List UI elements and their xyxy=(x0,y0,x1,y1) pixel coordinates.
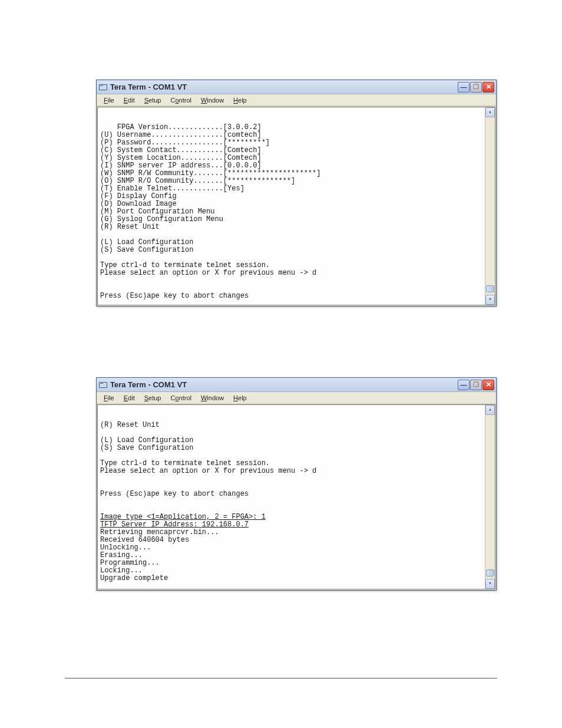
window-title: Tera Term - COM1 VT xyxy=(110,380,458,389)
close-button[interactable]: ✕ xyxy=(482,380,494,390)
teraterm-window-1: Tera Term - COM1 VT — ❐ ✕ File Edit Setu… xyxy=(96,80,497,307)
terminal-line: (R) Reset Unit xyxy=(100,223,160,231)
terminal-line: Image type <1=Application, 2 = FPGA>: 1 xyxy=(100,513,266,521)
menu-edit-label: dit xyxy=(128,394,135,401)
close-button[interactable]: ✕ xyxy=(482,82,494,93)
terminal-line: Type ctrl-d to terminate telnet session. xyxy=(100,459,270,467)
terminal-line: (P) Password.................[*********] xyxy=(100,139,270,147)
menu-window[interactable]: Window xyxy=(196,95,229,105)
svg-rect-5 xyxy=(100,383,103,384)
app-icon xyxy=(98,83,108,92)
scroll-up-button[interactable]: ▴ xyxy=(485,107,495,117)
menubar: File Edit Setup Control Window Help xyxy=(97,94,496,106)
menu-edit[interactable]: Edit xyxy=(119,393,140,403)
terminal-line: (I) SNMP server IP address...[0.0.0.0] xyxy=(100,162,262,170)
terminal-line: (G) Syslog Configuration Menu xyxy=(100,215,223,223)
menu-help[interactable]: Help xyxy=(229,95,252,105)
terminal-line: Received 640604 bytes xyxy=(100,536,189,544)
menu-window-label: indow xyxy=(207,97,224,104)
scroll-track[interactable] xyxy=(485,415,495,579)
terminal-line: (S) Save Configuration xyxy=(100,246,193,254)
terminal-line: Programming... xyxy=(100,559,160,567)
terminal-area[interactable]: (R) Reset Unit (L) Load Configuration (S… xyxy=(97,404,495,589)
terminal-line: (C) System Contact...........[Comtech] xyxy=(100,146,262,154)
menu-setup-label: etup xyxy=(148,97,161,104)
terminal-line: Erasing... xyxy=(100,551,143,559)
menu-window[interactable]: Window xyxy=(196,393,229,403)
terminal-line: (R) Reset Unit xyxy=(100,421,160,429)
restore-button[interactable]: ❐ xyxy=(470,380,482,390)
terminal-line: Press (Esc)ape key to abort changes xyxy=(100,490,249,498)
footer-divider xyxy=(65,678,497,678)
window-title: Tera Term - COM1 VT xyxy=(110,83,458,91)
menu-control-label: ntrol xyxy=(179,394,191,401)
menu-control[interactable]: Control xyxy=(166,393,196,403)
terminal-line: Retrieving mencaprcvr.bin... xyxy=(100,528,219,536)
terminal-line: Upgrade complete xyxy=(100,574,168,582)
menu-setup-label: etup xyxy=(148,394,161,401)
titlebar[interactable]: Tera Term - COM1 VT — ❐ ✕ xyxy=(97,80,496,94)
scroll-up-button[interactable]: ▴ xyxy=(485,405,495,415)
terminal-text: FPGA Version.............[3.0.0.2] (U) U… xyxy=(100,124,492,305)
restore-button[interactable]: ❐ xyxy=(470,82,482,93)
terminal-line: (O) SNMP R/O Community.......[**********… xyxy=(100,177,295,185)
terminal-line: Please select an option or X for previou… xyxy=(100,269,316,277)
terminal-line: (W) SNMP R/W Community.......[**********… xyxy=(100,169,320,177)
menu-help[interactable]: Help xyxy=(229,393,252,403)
vertical-scrollbar[interactable]: ▴ ▾ xyxy=(485,107,495,305)
minimize-button[interactable]: — xyxy=(458,380,470,390)
teraterm-window-2: Tera Term - COM1 VT — ❐ ✕ File Edit Setu… xyxy=(96,377,497,591)
terminal-line: Locking... xyxy=(100,566,143,575)
menu-file[interactable]: File xyxy=(99,95,119,105)
menu-file-label: ile xyxy=(108,394,114,401)
menu-help-label: elp xyxy=(238,97,247,104)
terminal-line: Press (Esc)ape key to abort changes xyxy=(100,292,249,300)
terminal-line: (U) Username.................[comtech] xyxy=(100,131,262,139)
menu-edit[interactable]: Edit xyxy=(119,95,140,105)
menu-setup[interactable]: Setup xyxy=(140,393,166,403)
vertical-scrollbar[interactable]: ▴ ▾ xyxy=(485,405,495,589)
terminal-text: (R) Reset Unit (L) Load Configuration (S… xyxy=(100,421,492,589)
menu-window-label: indow xyxy=(207,394,224,401)
scroll-down-button[interactable]: ▾ xyxy=(485,579,495,589)
terminal-line: (F) Display Config xyxy=(100,192,177,200)
terminal-line: (S) Save Configuration xyxy=(100,444,193,452)
scroll-down-button[interactable]: ▾ xyxy=(485,295,495,305)
terminal-line: TFTP Server IP Address: 192.168.0.7 xyxy=(100,521,249,529)
menu-control[interactable]: Control xyxy=(166,95,196,105)
menu-control-label: ntrol xyxy=(179,97,191,104)
terminal-line: Type ctrl-d to terminate telnet session. xyxy=(100,261,270,269)
menu-edit-label: dit xyxy=(128,97,135,104)
titlebar[interactable]: Tera Term - COM1 VT — ❐ ✕ xyxy=(97,378,496,392)
terminal-line: (Y) System Location..........[Comtech] xyxy=(100,154,262,162)
titlebar-buttons: — ❐ ✕ xyxy=(458,380,494,390)
terminal-line: FPGA Version.............[3.0.0.2] xyxy=(100,123,262,131)
menu-help-label: elp xyxy=(238,394,247,401)
scroll-thumb[interactable] xyxy=(486,569,494,577)
terminal-line: (D) Download Image xyxy=(100,200,177,208)
svg-rect-2 xyxy=(100,85,103,86)
menu-setup[interactable]: Setup xyxy=(140,95,166,105)
menubar: File Edit Setup Control Window Help xyxy=(97,392,496,404)
terminal-line: Please select an option or X for previou… xyxy=(100,467,316,475)
terminal-line: (L) Load Configuration xyxy=(100,238,193,246)
menu-file-label: ile xyxy=(108,97,114,104)
scroll-track[interactable] xyxy=(485,117,495,295)
app-icon xyxy=(98,380,108,390)
terminal-line: (L) Load Configuration xyxy=(100,436,193,444)
terminal-line: (M) Port Configuration Menu xyxy=(100,207,214,216)
terminal-line: (T) Enable Telnet............[Yes] xyxy=(100,185,244,193)
terminal-line: Unlocking... xyxy=(100,543,151,552)
terminal-area[interactable]: FPGA Version.............[3.0.0.2] (U) U… xyxy=(97,107,495,305)
menu-file[interactable]: File xyxy=(99,393,119,403)
scroll-thumb[interactable] xyxy=(486,285,494,292)
minimize-button[interactable]: — xyxy=(458,82,470,93)
titlebar-buttons: — ❐ ✕ xyxy=(458,82,494,93)
